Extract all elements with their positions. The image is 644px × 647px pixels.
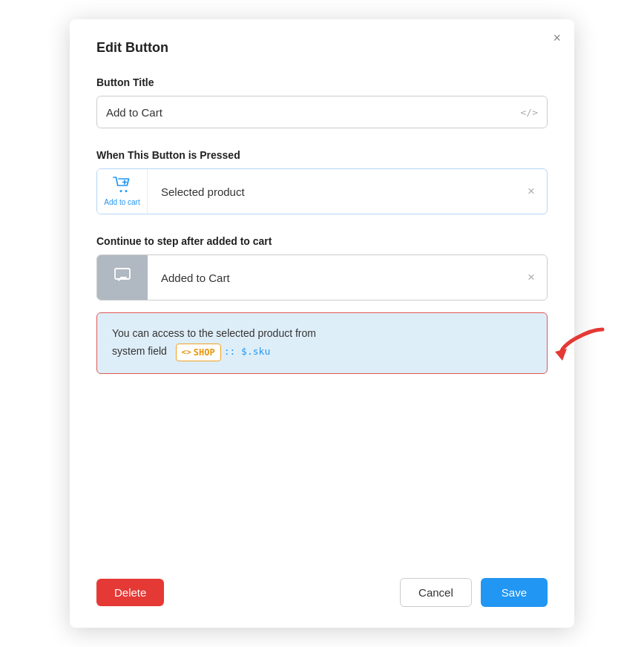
shop-tag-icon: <> (182, 346, 191, 360)
action-card-close-button[interactable]: × (516, 184, 547, 199)
sku-text: :: $.sku (224, 346, 271, 357)
info-system-field: system field (112, 345, 167, 357)
continue-label: Continue to step after added to cart (96, 235, 548, 247)
info-text-before: You can access to the selected product f… (112, 327, 316, 339)
dialog-title: Edit Button (96, 40, 548, 56)
step-card: Added to Cart × (96, 254, 548, 300)
button-title-section: Button Title </> (96, 76, 548, 128)
action-card-label: Selected product (148, 185, 516, 198)
action-card-icon-bg: Add to cart (97, 169, 148, 214)
dialog-footer: Delete Cancel Save (96, 560, 548, 607)
save-button[interactable]: Save (481, 578, 548, 607)
button-title-input-row[interactable]: </> (96, 96, 548, 128)
footer-right: Cancel Save (400, 578, 548, 607)
shop-tag: <> SHOP (176, 344, 221, 361)
button-title-input[interactable] (106, 106, 521, 119)
add-to-cart-icon (113, 177, 132, 196)
continue-section: Continue to step after added to cart Add… (96, 235, 548, 374)
svg-marker-3 (555, 349, 567, 361)
delete-button[interactable]: Delete (96, 579, 164, 606)
dialog-close-button[interactable]: × (553, 31, 561, 45)
info-box: You can access to the selected product f… (96, 312, 548, 374)
when-pressed-label: When This Button is Pressed (96, 149, 548, 161)
cancel-button[interactable]: Cancel (400, 578, 472, 607)
action-card-icon-label: Add to cart (104, 198, 139, 206)
button-title-label: Button Title (96, 76, 548, 88)
action-card: Add to cart Selected product × (96, 168, 548, 214)
info-box-wrapper: You can access to the selected product f… (96, 312, 548, 374)
when-pressed-section: When This Button is Pressed Add to cart … (96, 149, 548, 214)
shop-tag-label: SHOP (194, 345, 215, 360)
code-icon[interactable]: </> (521, 107, 538, 118)
edit-button-dialog: × Edit Button Button Title </> When This… (70, 19, 574, 628)
message-icon (114, 267, 131, 288)
step-card-icon-bg (97, 255, 148, 300)
svg-point-1 (125, 190, 127, 192)
step-card-close-button[interactable]: × (516, 270, 547, 285)
svg-point-0 (119, 190, 122, 192)
red-arrow (552, 322, 605, 365)
step-card-label: Added to Cart (148, 272, 516, 284)
